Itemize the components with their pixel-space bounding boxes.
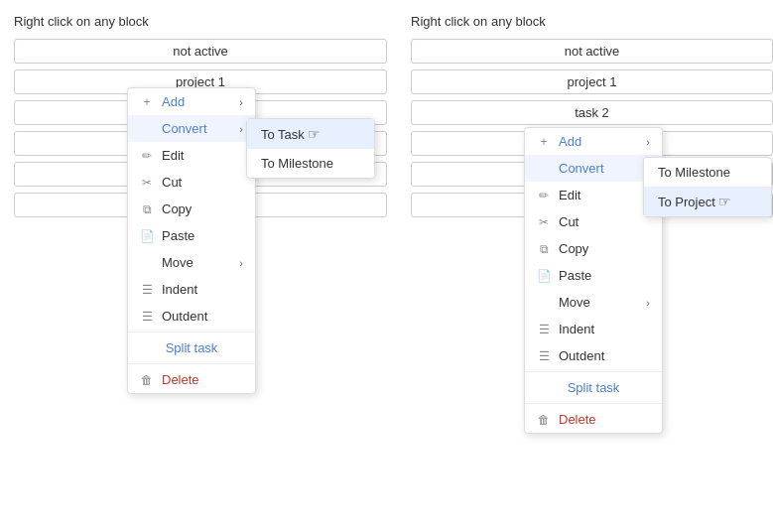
left-divider-1 (128, 332, 255, 332)
left-menu-move[interactable]: Move › (128, 249, 255, 276)
left-block-not-active[interactable]: not active (14, 39, 387, 64)
right-menu-add[interactable]: + Add › (525, 128, 662, 155)
indent-icon: ☰ (140, 283, 154, 297)
left-submenu-to-task[interactable]: To Task ☞ (247, 119, 374, 149)
cursor-hand-left: ☞ (308, 126, 321, 142)
right-instruction: Right click on any block (411, 14, 773, 29)
right-plus-icon: + (537, 135, 551, 149)
left-menu-add[interactable]: + Add › (128, 88, 255, 115)
right-paste-icon: 📄 (537, 269, 551, 283)
right-cut-label: Cut (559, 214, 579, 229)
left-menu-cut[interactable]: ✂ Cut (128, 169, 255, 196)
right-panel: Right click on any block not active proj… (397, 0, 773, 217)
left-menu-indent[interactable]: ☰ Indent (128, 276, 255, 303)
right-indent-label: Indent (559, 322, 594, 336)
right-outdent-icon: ☰ (537, 349, 551, 363)
right-move-arrow-icon: › (646, 297, 650, 309)
left-panel: Right click on any block not active proj… (0, 0, 387, 217)
left-cut-label: Cut (162, 175, 182, 190)
left-menu-edit[interactable]: ✏ Edit (128, 142, 255, 169)
add-arrow-icon: › (239, 96, 243, 108)
left-menu-outdent[interactable]: ☰ Outdent (128, 303, 255, 330)
left-copy-label: Copy (162, 201, 192, 216)
right-paste-label: Paste (559, 268, 591, 283)
right-cut-icon: ✂ (537, 215, 551, 229)
right-submenu-to-project[interactable]: To Project ☞ (644, 187, 771, 216)
left-menu-convert[interactable]: Convert › (128, 115, 255, 142)
left-convert-submenu: To Task ☞ To Milestone (246, 118, 375, 179)
right-context-menu: + Add › Convert › ✏ Edit ✂ Cut ⧉ Copy 📄 … (524, 127, 663, 434)
right-menu-outdent[interactable]: ☰ Outdent (525, 342, 662, 369)
right-move-label: Move (559, 295, 590, 310)
convert-arrow-icon: › (239, 123, 243, 135)
edit-icon: ✏ (140, 149, 154, 163)
left-divider-2 (128, 363, 255, 364)
left-convert-label: Convert (162, 121, 207, 136)
cursor-hand-right: ☞ (718, 194, 731, 209)
right-edit-label: Edit (559, 188, 580, 202)
left-menu-split[interactable]: Split task (128, 334, 255, 361)
paste-icon: 📄 (140, 229, 154, 243)
right-menu-move[interactable]: Move › (525, 289, 662, 316)
right-divider-2 (525, 403, 662, 404)
right-divider-1 (525, 371, 662, 372)
right-menu-convert[interactable]: Convert › (525, 155, 662, 182)
right-add-arrow-icon: › (646, 136, 650, 148)
right-menu-paste[interactable]: 📄 Paste (525, 262, 662, 289)
left-delete-label: Delete (162, 372, 199, 387)
left-menu-delete[interactable]: 🗑 Delete (128, 366, 255, 393)
right-menu-delete[interactable]: 🗑 Delete (525, 406, 662, 433)
right-menu-cut[interactable]: ✂ Cut (525, 208, 662, 235)
right-block-project1[interactable]: project 1 (411, 69, 773, 94)
right-block-not-active[interactable]: not active (411, 39, 773, 64)
right-copy-icon: ⧉ (537, 242, 551, 256)
right-menu-indent[interactable]: ☰ Indent (525, 316, 662, 342)
left-to-task-label: To Task (261, 127, 305, 142)
right-split-label: Split task (568, 380, 620, 395)
left-to-milestone-label: To Milestone (261, 156, 333, 171)
right-to-project-label: To Project (658, 195, 715, 209)
right-delete-icon: 🗑 (537, 413, 551, 427)
right-copy-label: Copy (559, 241, 588, 256)
right-menu-copy[interactable]: ⧉ Copy (525, 235, 662, 262)
left-split-label: Split task (166, 340, 218, 355)
right-edit-icon: ✏ (537, 189, 551, 202)
right-outdent-label: Outdent (559, 348, 604, 363)
left-outdent-label: Outdent (162, 309, 207, 324)
left-context-menu: + Add › Convert › ✏ Edit ✂ Cut ⧉ Copy 📄 … (127, 87, 256, 394)
right-submenu-to-milestone[interactable]: To Milestone (644, 158, 771, 187)
left-menu-paste[interactable]: 📄 Paste (128, 222, 255, 249)
right-to-milestone-label: To Milestone (658, 165, 730, 180)
right-convert-submenu: To Milestone To Project ☞ (643, 157, 772, 217)
left-move-label: Move (162, 255, 193, 270)
right-menu-edit[interactable]: ✏ Edit (525, 182, 662, 208)
left-add-label: Add (162, 94, 185, 109)
move-arrow-icon: › (239, 257, 243, 269)
copy-icon: ⧉ (140, 202, 154, 216)
left-submenu-to-milestone[interactable]: To Milestone (247, 149, 374, 178)
right-delete-label: Delete (559, 412, 596, 427)
right-block-task2[interactable]: task 2 (411, 100, 773, 125)
right-add-label: Add (559, 134, 581, 149)
left-edit-label: Edit (162, 148, 184, 163)
cut-icon: ✂ (140, 176, 154, 190)
delete-icon: 🗑 (140, 373, 154, 387)
right-indent-icon: ☰ (537, 323, 551, 336)
right-convert-label: Convert (559, 161, 604, 176)
right-menu-split[interactable]: Split task (525, 374, 662, 401)
outdent-icon: ☰ (140, 310, 154, 324)
plus-icon: + (140, 95, 154, 109)
left-instruction: Right click on any block (14, 14, 387, 29)
left-menu-copy[interactable]: ⧉ Copy (128, 196, 255, 222)
left-indent-label: Indent (162, 282, 197, 297)
left-paste-label: Paste (162, 228, 194, 243)
